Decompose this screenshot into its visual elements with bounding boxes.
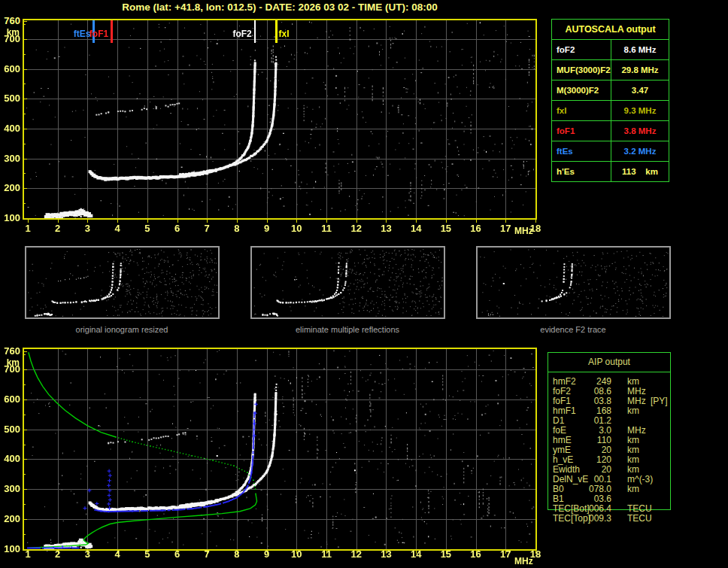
aip-row: hmE110km: [548, 435, 670, 445]
autoscala-row: h'Es113 km: [552, 162, 669, 181]
autoscala-row: M(3000)F23.47: [552, 80, 669, 101]
y-tick-label: 400: [0, 453, 20, 464]
aip-rows: hmF2249kmfoF208.6MHzfoF103.8MHz[PY]hmF11…: [548, 372, 670, 523]
autoscala-row-value: 113 km: [611, 162, 669, 181]
marker-label-fxi: fxI: [279, 29, 290, 39]
x-tick-label: 2: [48, 223, 68, 234]
aip-row-unit: km: [627, 445, 639, 455]
x-tick-label: 5: [138, 548, 157, 560]
aip-row-value: 08.6: [571, 386, 611, 396]
aip-row-value: 03.8: [571, 396, 611, 406]
x-tick-label: 4: [108, 223, 127, 234]
x-tick-label: 14: [406, 548, 426, 560]
y-tick-label: 600: [0, 63, 20, 74]
aip-row: ymE20km: [548, 445, 670, 454]
aip-row-value: 009.3: [571, 513, 611, 524]
x-tick-label: 6: [168, 223, 187, 234]
aip-row-unit: MHz: [627, 425, 646, 436]
x-tick-label: 17: [496, 223, 515, 234]
thumbnail-caption-original: original ionogram resized: [24, 325, 220, 334]
x-tick-label: 13: [376, 548, 396, 560]
x-tick-label: 1: [18, 548, 38, 560]
x-tick-label: 12: [347, 548, 366, 560]
aip-row: foE3.0MHz: [548, 425, 670, 435]
aip-row-unit: km: [627, 405, 639, 416]
aip-row: TEC[Bot]006.4TECU: [548, 503, 670, 513]
y-tick-label: 300: [0, 153, 20, 164]
x-tick-label: 15: [436, 223, 456, 234]
aip-row-label: B0: [553, 484, 564, 494]
autoscala-panel-title: AUTOSCALA output: [552, 20, 669, 40]
aip-row-label: ymE: [553, 445, 571, 455]
x-tick-label: 14: [406, 223, 426, 234]
y-tick-label: 200: [0, 513, 20, 524]
autoscala-row-value: 3.47: [611, 80, 669, 100]
aip-row-label: foF1: [553, 396, 571, 406]
aip-row: D101.2: [548, 415, 670, 425]
autoscala-rows: foF28.6 MHzMUF(3000)F229.8 MHzM(3000)F23…: [552, 40, 669, 181]
autoscala-row: MUF(3000)F229.8 MHz: [552, 60, 669, 80]
aip-row-unit: m^(-3): [627, 474, 653, 484]
x-tick-label: 8: [227, 548, 247, 560]
aip-row-value: 00.1: [571, 474, 611, 484]
autoscala-row-value: 29.8 MHz: [611, 60, 669, 80]
aip-row-unit: km: [627, 435, 639, 445]
x-tick-label: 4: [108, 548, 127, 560]
aip-row-value: 110: [571, 435, 611, 445]
aip-row-unit: MHz: [627, 396, 646, 406]
y-tick-label: 760: [0, 15, 20, 26]
autoscala-row-label: fxI: [552, 101, 611, 120]
aip-row-label: foF2: [553, 386, 571, 396]
autoscala-row: ftEs3.2 MHz: [552, 141, 669, 162]
x-tick-label: 12: [347, 223, 366, 234]
autoscala-row-label: MUF(3000)F2: [552, 60, 611, 80]
y-tick-label: 100: [0, 212, 20, 223]
thumbnail-original-ionogram: [25, 246, 220, 319]
aip-row-label: foE: [553, 425, 566, 436]
autoscala-row-value: 8.6 MHz: [611, 40, 669, 59]
aip-row: B103.6: [548, 494, 670, 503]
aip-row-value: 20: [571, 445, 611, 455]
autoscala-row: foF28.6 MHz: [552, 40, 669, 60]
autoscala-row-label: foF2: [552, 40, 611, 59]
aip-row: B0078.0km: [548, 484, 670, 494]
aip-row-unit: km: [627, 464, 639, 475]
y-tick-label: 100: [0, 543, 20, 554]
thumbnail-caption-evidence: evidence F2 trace: [475, 325, 671, 334]
x-tick-label: 17: [496, 548, 515, 560]
x-tick-label: 7: [197, 548, 217, 560]
x-tick-label: 11: [317, 548, 336, 560]
aip-row-unit: km: [627, 484, 639, 494]
autoscala-row-value: 9.3 MHz: [611, 101, 669, 120]
aip-row-unit: km: [627, 454, 639, 465]
aip-panel-title: AIP output: [548, 353, 670, 372]
x-tick-label: 11: [317, 223, 336, 234]
x-tick-label: 15: [436, 548, 456, 560]
x-axis-unit-bottom: MHz: [514, 556, 533, 566]
x-tick-label: 5: [138, 223, 157, 234]
y-tick-label: 500: [0, 424, 20, 435]
y-tick-label: 600: [0, 393, 20, 405]
autoscala-application-window: Rome (lat: +41.8, lon: 012.5) - DATE: 20…: [0, 0, 728, 568]
bottom-ionogram-plot: 760700600500400300200100 km 123456789101…: [0, 335, 549, 568]
thumbnail-caption-eliminate: eliminate multiple reflections: [250, 325, 445, 334]
aip-row-unit: MHz: [627, 386, 646, 396]
top-ionogram-canvas: [23, 17, 537, 224]
aip-row-value: 01.2: [571, 415, 611, 426]
aip-row: foF208.6MHz: [548, 386, 670, 396]
aip-row: foF103.8MHz[PY]: [548, 396, 670, 405]
aip-row-unit: km: [627, 376, 639, 387]
y-axis-unit-bottom: km: [2, 357, 20, 368]
aip-row: h_vE120km: [548, 454, 670, 464]
aip-row: Ewidth20km: [548, 464, 670, 474]
autoscala-row-label: ftEs: [552, 141, 611, 161]
x-tick-label: 10: [287, 223, 306, 234]
x-tick-label: 16: [466, 223, 486, 234]
aip-row: DelN_vE00.1m^(-3): [548, 474, 670, 484]
x-axis-unit-top: MHz: [514, 226, 533, 236]
x-tick-label: 3: [77, 223, 97, 234]
aip-row-value: 03.6: [571, 494, 611, 504]
autoscala-row-label: h'Es: [552, 162, 611, 181]
aip-row-value: 249: [571, 376, 611, 387]
bottom-ionogram-canvas: [23, 345, 537, 554]
